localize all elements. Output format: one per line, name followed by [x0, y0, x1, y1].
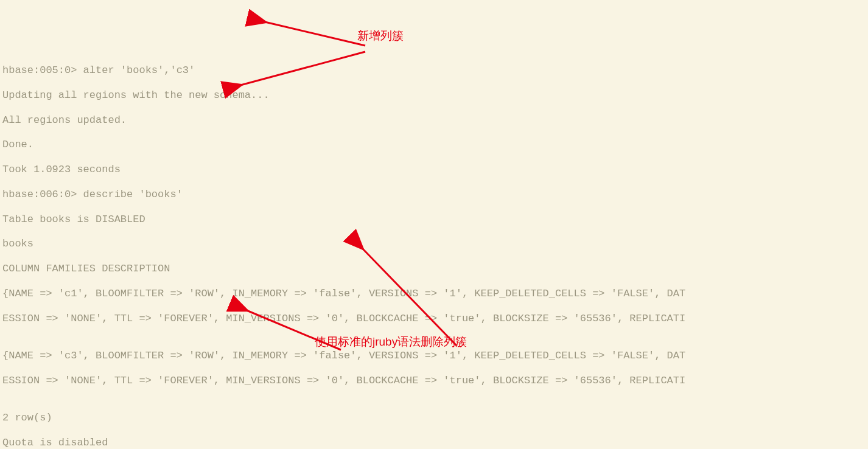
terminal-line: 2 row(s) — [2, 412, 866, 424]
annotation-add-column-family: 新增列簇 — [357, 29, 404, 43]
terminal-line: hbase:005:0> alter 'books','c3' — [2, 64, 866, 77]
terminal-line: Updating all regions with the new schema… — [2, 89, 866, 102]
terminal-line: All regions updated. — [2, 114, 866, 127]
terminal-line: Done. — [2, 139, 866, 151]
terminal-line: Quota is disabled — [2, 437, 866, 449]
arrow-icon — [219, 37, 371, 96]
svg-line-3 — [240, 52, 365, 85]
terminal-line: ESSION => 'NONE', TTL => 'FOREVER', MIN_… — [2, 375, 866, 387]
terminal-line: Took 1.0923 seconds — [2, 164, 866, 176]
annotation-delete-column-family: 使用标准的jruby语法删除列簇 — [315, 335, 467, 349]
terminal-line: hbase:006:0> describe 'books' — [2, 189, 866, 201]
terminal-line: Table books is DISABLED — [2, 214, 866, 226]
svg-line-5 — [362, 248, 457, 346]
